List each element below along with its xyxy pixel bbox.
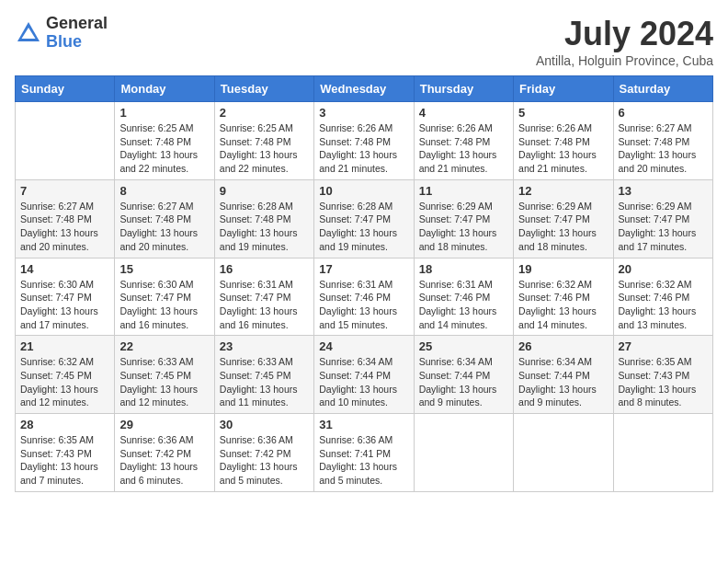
day-number: 7 (20, 184, 109, 198)
day-number: 2 (220, 106, 309, 120)
calendar-cell: 11Sunrise: 6:29 AM Sunset: 7:47 PM Dayli… (414, 179, 513, 258)
calendar-cell: 9Sunrise: 6:28 AM Sunset: 7:48 PM Daylig… (214, 179, 313, 258)
day-number: 6 (619, 106, 708, 120)
day-number: 17 (319, 262, 408, 276)
day-info: Sunrise: 6:31 AM Sunset: 7:46 PM Dayligh… (319, 278, 408, 332)
calendar-week-row: 14Sunrise: 6:30 AM Sunset: 7:47 PM Dayli… (16, 258, 713, 336)
calendar-cell (613, 414, 712, 492)
day-info: Sunrise: 6:33 AM Sunset: 7:45 PM Dayligh… (220, 355, 309, 409)
day-info: Sunrise: 6:28 AM Sunset: 7:48 PM Dayligh… (220, 200, 309, 254)
calendar-cell: 13Sunrise: 6:29 AM Sunset: 7:47 PM Dayli… (613, 179, 712, 258)
day-info: Sunrise: 6:36 AM Sunset: 7:41 PM Dayligh… (319, 433, 408, 488)
logo-icon (15, 19, 42, 47)
day-number: 20 (619, 262, 708, 276)
day-number: 28 (20, 418, 109, 431)
weekday-header: Monday (115, 76, 214, 102)
day-info: Sunrise: 6:29 AM Sunset: 7:47 PM Dayligh… (518, 200, 608, 254)
calendar-cell: 28Sunrise: 6:35 AM Sunset: 7:43 PM Dayli… (16, 414, 115, 492)
day-info: Sunrise: 6:27 AM Sunset: 7:48 PM Dayligh… (119, 200, 209, 254)
day-info: Sunrise: 6:27 AM Sunset: 7:48 PM Dayligh… (619, 121, 708, 176)
day-number: 23 (220, 339, 309, 353)
weekday-header: Tuesday (214, 76, 313, 102)
day-info: Sunrise: 6:32 AM Sunset: 7:45 PM Dayligh… (20, 355, 109, 409)
day-number: 18 (419, 262, 508, 276)
day-number: 13 (619, 184, 708, 198)
day-info: Sunrise: 6:26 AM Sunset: 7:48 PM Dayligh… (319, 121, 408, 176)
page-header: General Blue July 2024 Antilla, Holguin … (15, 15, 713, 68)
day-number: 27 (619, 339, 708, 353)
logo-text: General Blue (46, 15, 108, 52)
weekday-header: Thursday (414, 76, 513, 102)
calendar-cell: 20Sunrise: 6:32 AM Sunset: 7:46 PM Dayli… (613, 258, 712, 336)
day-number: 8 (119, 184, 209, 198)
day-info: Sunrise: 6:27 AM Sunset: 7:48 PM Dayligh… (20, 200, 109, 254)
calendar-cell (514, 414, 613, 492)
calendar-cell: 24Sunrise: 6:34 AM Sunset: 7:44 PM Dayli… (314, 336, 414, 414)
calendar-cell: 15Sunrise: 6:30 AM Sunset: 7:47 PM Dayli… (115, 258, 214, 336)
calendar-cell: 23Sunrise: 6:33 AM Sunset: 7:45 PM Dayli… (214, 336, 313, 414)
day-number: 14 (20, 262, 109, 276)
calendar-week-row: 1Sunrise: 6:25 AM Sunset: 7:48 PM Daylig… (16, 102, 713, 180)
calendar-cell: 6Sunrise: 6:27 AM Sunset: 7:48 PM Daylig… (613, 102, 712, 180)
day-info: Sunrise: 6:32 AM Sunset: 7:46 PM Dayligh… (518, 278, 608, 332)
calendar-cell: 27Sunrise: 6:35 AM Sunset: 7:43 PM Dayli… (613, 336, 712, 414)
calendar-cell: 21Sunrise: 6:32 AM Sunset: 7:45 PM Dayli… (16, 336, 115, 414)
weekday-header-row: SundayMondayTuesdayWednesdayThursdayFrid… (16, 76, 713, 102)
logo: General Blue (15, 15, 108, 52)
day-info: Sunrise: 6:26 AM Sunset: 7:48 PM Dayligh… (419, 121, 508, 176)
day-number: 19 (518, 262, 608, 276)
day-info: Sunrise: 6:32 AM Sunset: 7:46 PM Dayligh… (619, 278, 708, 332)
calendar-cell: 12Sunrise: 6:29 AM Sunset: 7:47 PM Dayli… (514, 179, 613, 258)
day-info: Sunrise: 6:31 AM Sunset: 7:46 PM Dayligh… (419, 278, 508, 332)
day-number: 29 (119, 418, 209, 431)
day-info: Sunrise: 6:36 AM Sunset: 7:42 PM Dayligh… (119, 433, 209, 488)
day-info: Sunrise: 6:30 AM Sunset: 7:47 PM Dayligh… (20, 278, 109, 332)
calendar-cell: 8Sunrise: 6:27 AM Sunset: 7:48 PM Daylig… (115, 179, 214, 258)
weekday-header: Sunday (16, 76, 115, 102)
calendar-cell: 3Sunrise: 6:26 AM Sunset: 7:48 PM Daylig… (314, 102, 414, 180)
day-info: Sunrise: 6:29 AM Sunset: 7:47 PM Dayligh… (619, 200, 708, 254)
calendar-cell: 31Sunrise: 6:36 AM Sunset: 7:41 PM Dayli… (314, 414, 414, 492)
weekday-header: Friday (514, 76, 613, 102)
calendar-cell: 10Sunrise: 6:28 AM Sunset: 7:47 PM Dayli… (314, 179, 414, 258)
logo-blue: Blue (46, 33, 108, 52)
day-number: 3 (319, 106, 408, 120)
day-number: 22 (119, 339, 209, 353)
day-info: Sunrise: 6:35 AM Sunset: 7:43 PM Dayligh… (619, 355, 708, 409)
day-info: Sunrise: 6:25 AM Sunset: 7:48 PM Dayligh… (220, 121, 309, 176)
day-info: Sunrise: 6:35 AM Sunset: 7:43 PM Dayligh… (20, 433, 109, 488)
day-info: Sunrise: 6:36 AM Sunset: 7:42 PM Dayligh… (220, 433, 309, 488)
calendar-cell: 17Sunrise: 6:31 AM Sunset: 7:46 PM Dayli… (314, 258, 414, 336)
day-number: 25 (419, 339, 508, 353)
calendar-cell: 7Sunrise: 6:27 AM Sunset: 7:48 PM Daylig… (16, 179, 115, 258)
day-number: 10 (319, 184, 408, 198)
location-subtitle: Antilla, Holguin Province, Cuba (536, 53, 713, 68)
day-info: Sunrise: 6:26 AM Sunset: 7:48 PM Dayligh… (518, 121, 608, 176)
day-info: Sunrise: 6:34 AM Sunset: 7:44 PM Dayligh… (319, 355, 408, 409)
title-block: July 2024 Antilla, Holguin Province, Cub… (536, 15, 713, 68)
calendar-week-row: 7Sunrise: 6:27 AM Sunset: 7:48 PM Daylig… (16, 179, 713, 258)
calendar-cell: 14Sunrise: 6:30 AM Sunset: 7:47 PM Dayli… (16, 258, 115, 336)
calendar-cell: 18Sunrise: 6:31 AM Sunset: 7:46 PM Dayli… (414, 258, 513, 336)
day-info: Sunrise: 6:25 AM Sunset: 7:48 PM Dayligh… (119, 121, 209, 176)
day-number: 1 (119, 106, 209, 120)
calendar-cell: 5Sunrise: 6:26 AM Sunset: 7:48 PM Daylig… (514, 102, 613, 180)
calendar-cell: 22Sunrise: 6:33 AM Sunset: 7:45 PM Dayli… (115, 336, 214, 414)
calendar-cell: 30Sunrise: 6:36 AM Sunset: 7:42 PM Dayli… (214, 414, 313, 492)
calendar-table: SundayMondayTuesdayWednesdayThursdayFrid… (15, 75, 713, 492)
day-number: 12 (518, 184, 608, 198)
month-title: July 2024 (536, 15, 713, 53)
calendar-cell: 26Sunrise: 6:34 AM Sunset: 7:44 PM Dayli… (514, 336, 613, 414)
day-info: Sunrise: 6:29 AM Sunset: 7:47 PM Dayligh… (419, 200, 508, 254)
calendar-week-row: 28Sunrise: 6:35 AM Sunset: 7:43 PM Dayli… (16, 414, 713, 492)
calendar-cell: 19Sunrise: 6:32 AM Sunset: 7:46 PM Dayli… (514, 258, 613, 336)
day-number: 15 (119, 262, 209, 276)
day-number: 16 (220, 262, 309, 276)
weekday-header: Saturday (613, 76, 712, 102)
calendar-cell (414, 414, 513, 492)
calendar-cell: 4Sunrise: 6:26 AM Sunset: 7:48 PM Daylig… (414, 102, 513, 180)
calendar-cell: 16Sunrise: 6:31 AM Sunset: 7:47 PM Dayli… (214, 258, 313, 336)
calendar-cell: 2Sunrise: 6:25 AM Sunset: 7:48 PM Daylig… (214, 102, 313, 180)
day-number: 30 (220, 418, 309, 431)
calendar-cell: 25Sunrise: 6:34 AM Sunset: 7:44 PM Dayli… (414, 336, 513, 414)
